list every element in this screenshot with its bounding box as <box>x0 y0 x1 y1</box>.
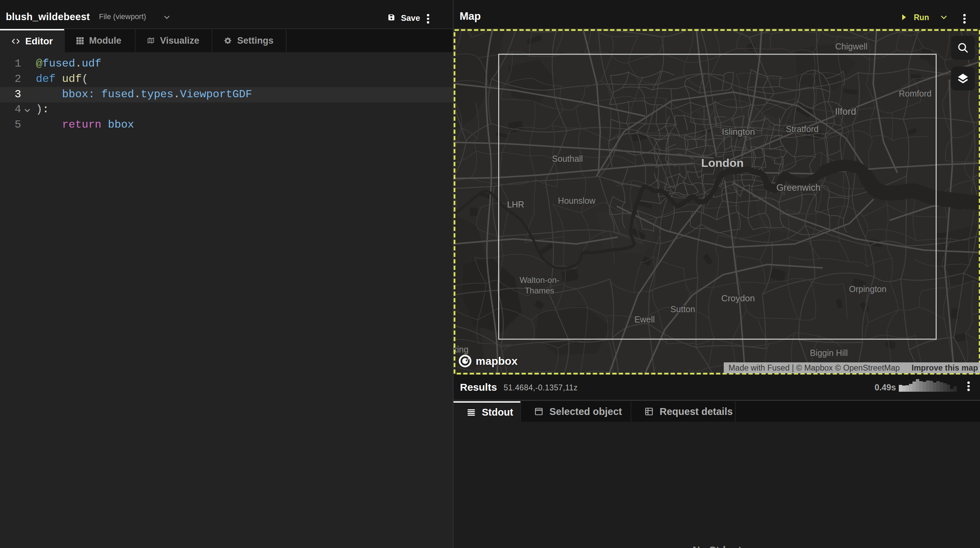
svg-text:Biggin Hill: Biggin Hill <box>810 348 848 358</box>
svg-text:Thames: Thames <box>525 286 555 295</box>
svg-text:Sutton: Sutton <box>670 304 695 314</box>
svg-text:Islington: Islington <box>722 127 755 137</box>
svg-text:London: London <box>701 156 744 169</box>
svg-text:Greenwich: Greenwich <box>776 183 820 193</box>
svg-text:Ewell: Ewell <box>634 315 655 324</box>
svg-text:king: king <box>453 345 468 354</box>
svg-text:Hounslow: Hounslow <box>558 196 596 206</box>
svg-text:Ilford: Ilford <box>835 106 856 117</box>
svg-text:Romford: Romford <box>899 89 932 98</box>
svg-text:Stratford: Stratford <box>786 124 819 134</box>
svg-text:Orpington: Orpington <box>849 284 886 294</box>
svg-text:Croydon: Croydon <box>721 293 755 303</box>
svg-text:Walton-on-: Walton-on- <box>520 276 559 285</box>
svg-text:Southall: Southall <box>552 154 583 163</box>
svg-text:LHR: LHR <box>507 200 524 209</box>
svg-text:Chigwell: Chigwell <box>835 41 867 51</box>
